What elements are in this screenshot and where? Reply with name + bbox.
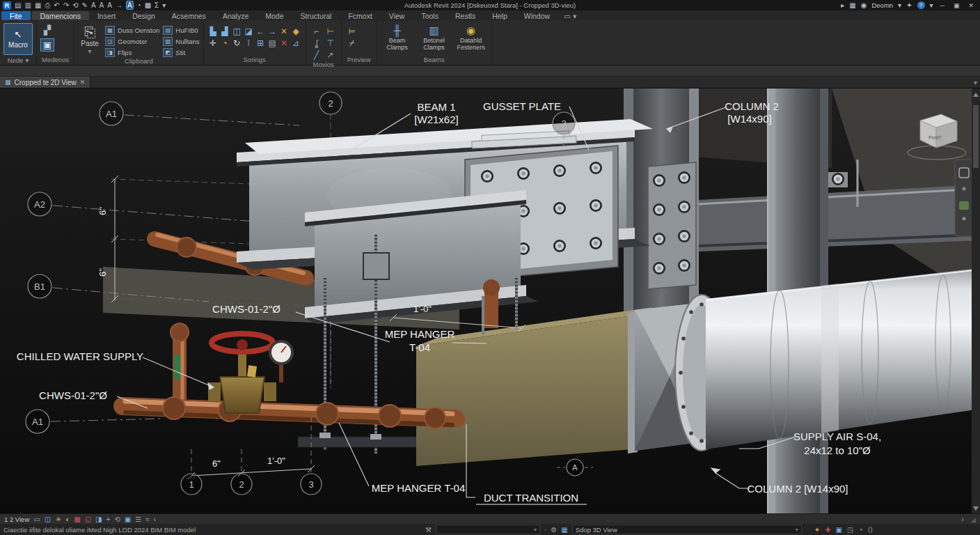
tab-window[interactable]: Window bbox=[516, 11, 558, 20]
render-icon[interactable]: ▩ bbox=[74, 515, 80, 523]
unlock-view-icon[interactable]: + bbox=[106, 515, 111, 523]
help-icon[interactable]: ? bbox=[917, 1, 925, 9]
visual-style-icon[interactable]: ◫ bbox=[45, 515, 51, 523]
restore-button[interactable]: ▣ bbox=[951, 2, 962, 9]
windows-icon[interactable]: ▞ bbox=[41, 24, 54, 36]
help-caret-icon[interactable]: ▾ bbox=[930, 1, 933, 9]
constraints-icon[interactable]: ≈ bbox=[145, 515, 150, 523]
view-scale-label[interactable]: 1 2 View bbox=[4, 515, 29, 523]
move-icon[interactable]: ✛ bbox=[210, 39, 216, 47]
array-icon[interactable]: ⊞ bbox=[257, 39, 264, 47]
nede-dropdown[interactable]: Nede▾ bbox=[3, 56, 33, 65]
tab-analyze[interactable]: Analyze bbox=[214, 11, 257, 20]
betonel-clamps-button[interactable]: ▥ Betonel Clamps bbox=[418, 23, 451, 52]
main-model-icon[interactable]: ▣ bbox=[836, 526, 842, 534]
globe-icon[interactable]: ◔ bbox=[137, 1, 141, 9]
revit-logo-icon[interactable]: R bbox=[3, 1, 11, 10]
cut-profile-icon[interactable]: ▟ bbox=[222, 27, 228, 36]
open-icon[interactable]: ▥ bbox=[24, 1, 31, 9]
filter-icon[interactable]: ⟨⟩ bbox=[867, 526, 873, 534]
wrench-icon[interactable]: ⌐ bbox=[314, 27, 319, 36]
user-name[interactable]: Deomn bbox=[871, 1, 893, 9]
active-view-dropdown[interactable]: Sdop 3D View ▾ bbox=[572, 525, 802, 534]
pin-icon[interactable]: ◆ bbox=[293, 27, 299, 36]
reveal-hidden-icon[interactable]: ▣ bbox=[125, 515, 131, 523]
stit-button[interactable]: ◩Stit bbox=[163, 48, 199, 57]
view-tab-close-icon[interactable]: ✕ bbox=[80, 79, 86, 86]
modify-toggle-icon[interactable]: ▭ ▾ bbox=[564, 12, 576, 20]
copy-icon[interactable]: ◔ bbox=[223, 39, 228, 47]
view-tab-cropped-3d[interactable]: ▦ Cropped te 2D View ✕ bbox=[0, 77, 90, 88]
temporary-hide-icon[interactable]: ⟲ bbox=[114, 515, 120, 523]
tab-help[interactable]: Help bbox=[484, 11, 516, 20]
copper-riser-rear[interactable] bbox=[483, 279, 500, 328]
duss-oenston-button[interactable]: ▦Duss Oenston bbox=[105, 26, 159, 35]
delete-icon[interactable]: ✕ bbox=[280, 39, 287, 47]
stack-icon[interactable]: ▩ bbox=[145, 1, 151, 9]
hammer-icon[interactable]: ⊤ bbox=[326, 39, 333, 47]
tag-tool-icon[interactable]: A bbox=[126, 1, 134, 10]
design-options-icon[interactable]: ⚙ bbox=[551, 526, 557, 534]
user-caret-icon[interactable]: ▾ bbox=[898, 1, 901, 9]
arrow-right-icon[interactable]: → bbox=[268, 27, 276, 36]
3d-view-canvas[interactable]: A1 A2 B1 A1 2 3 1 2 3 A BEAM 1 [W21x62] … bbox=[0, 88, 980, 513]
editing-requests-icon[interactable]: ✚ bbox=[825, 526, 830, 534]
datahld-festeners-button[interactable]: ◉ Datahld Festeners bbox=[455, 23, 488, 52]
scale-icon[interactable]: ⊿ bbox=[292, 39, 299, 47]
sync-icon[interactable]: ⟲ bbox=[72, 1, 78, 9]
user-avatar-icon[interactable]: ◉ bbox=[861, 1, 867, 9]
print-icon[interactable]: ⎙ bbox=[45, 1, 50, 9]
tab-tools[interactable]: Tools bbox=[413, 11, 447, 20]
tab-file[interactable]: Fite bbox=[1, 11, 31, 20]
redo-icon[interactable]: ↷ bbox=[63, 1, 69, 9]
detail-level-icon[interactable]: ▭ bbox=[33, 515, 40, 523]
dimension-icon[interactable]: ⌿ bbox=[349, 39, 354, 47]
pick-icon[interactable]: ↗ bbox=[327, 51, 334, 59]
rotate-icon[interactable]: ↻ bbox=[233, 39, 240, 47]
undo-icon[interactable]: ↶ bbox=[54, 1, 59, 9]
green-valve-handle[interactable] bbox=[174, 355, 180, 380]
exclude-options-icon[interactable]: ◳ bbox=[847, 526, 853, 534]
tab-scroll-icon[interactable]: ▾ bbox=[974, 79, 977, 86]
flips-button[interactable]: ◨Flips bbox=[105, 48, 159, 57]
viewbar-scroll-right-icon[interactable]: › bbox=[961, 515, 963, 523]
worksets-dropdown[interactable]: ▾ bbox=[436, 525, 540, 534]
text-b-icon[interactable]: A bbox=[100, 1, 104, 9]
tab-view[interactable]: View bbox=[381, 11, 413, 20]
qat-caret-icon[interactable]: ▾ bbox=[162, 1, 166, 9]
worksets-toggle-icon[interactable]: ⚒ bbox=[425, 526, 432, 534]
tab-structural[interactable]: Structural bbox=[292, 11, 340, 20]
resize-grip-icon[interactable]: ◢ bbox=[971, 515, 976, 523]
tab-insert[interactable]: Insert bbox=[89, 11, 124, 20]
split-icon[interactable]: ◫ bbox=[232, 27, 240, 36]
delete-inner-icon[interactable]: ✕ bbox=[280, 27, 287, 36]
drawing-area[interactable]: A1 A2 B1 A1 2 3 1 2 3 A BEAM 1 [W21x62] … bbox=[0, 88, 980, 513]
arrow-tool-icon[interactable]: → bbox=[116, 1, 122, 9]
geomoter-button[interactable]: ◲Geomoter bbox=[105, 37, 159, 46]
tab-dimensions[interactable]: Damencions bbox=[32, 11, 89, 20]
crop-view-icon[interactable]: ◱ bbox=[85, 515, 91, 523]
ruler-icon[interactable]: ⊨ bbox=[348, 27, 355, 36]
cope-icon[interactable]: ▙ bbox=[210, 27, 216, 36]
nulltans-button[interactable]: ▧Nulltans bbox=[163, 37, 199, 46]
hook-icon[interactable]: ʆ bbox=[315, 39, 318, 47]
measure-stick-icon[interactable]: ⊢ bbox=[326, 27, 333, 36]
sun-path-icon[interactable]: ☀ bbox=[55, 515, 61, 523]
navigation-bar[interactable] bbox=[955, 160, 973, 236]
expand-icon[interactable]: ▸ bbox=[841, 1, 844, 9]
minimize-button[interactable]: ─ bbox=[938, 2, 947, 9]
keynote-icon[interactable]: ✦ bbox=[906, 1, 912, 9]
scrollbar-thumb[interactable] bbox=[973, 105, 979, 168]
apps-icon[interactable]: ▦ bbox=[849, 1, 855, 9]
tab-design[interactable]: Design bbox=[124, 11, 164, 20]
offset-icon[interactable]: ⊺ bbox=[246, 39, 251, 47]
beam-clamps-button[interactable]: ╫ Beam Clamps bbox=[381, 23, 414, 52]
measure-icon[interactable]: ✎ bbox=[82, 1, 88, 9]
hufib0-button[interactable]: ▤HuFIB0 bbox=[163, 26, 199, 35]
medenos-icon[interactable]: ▣ bbox=[40, 38, 54, 52]
zoom-icon[interactable] bbox=[959, 201, 969, 210]
press-drag-icon[interactable]: ◔ bbox=[858, 526, 862, 534]
mirror-icon[interactable]: ▤ bbox=[268, 39, 276, 47]
tab-format[interactable]: Fcmoxt bbox=[340, 11, 380, 20]
viewbar-scroll-left-icon[interactable]: ‹ bbox=[154, 515, 156, 523]
